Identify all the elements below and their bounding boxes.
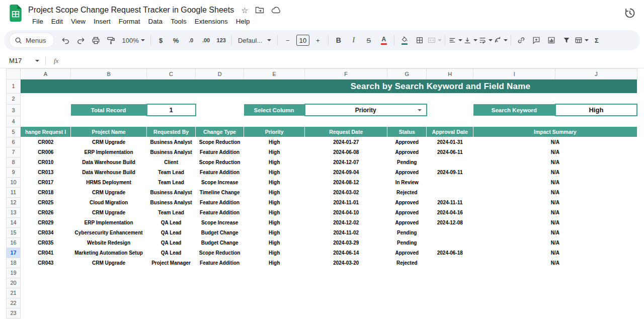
table-cell[interactable]: Project Manager [147,258,196,268]
menu-extensions[interactable]: Extensions [191,17,232,26]
table-cell[interactable]: CR017 [21,177,71,187]
table-cell[interactable] [427,157,473,167]
font-select[interactable]: Defaul... [235,33,274,47]
table-cell[interactable]: Approved [387,197,427,207]
menu-help[interactable]: Help [232,17,254,26]
row-header-20[interactable]: 20 [7,278,21,288]
zoom-select[interactable]: 100% [119,33,147,47]
column-header-I[interactable]: I [473,69,555,79]
table-cell[interactable]: N/A [473,137,637,147]
table-cell[interactable] [427,237,473,248]
table-cell[interactable]: 2024-06-11 [427,147,473,157]
row-header-17[interactable]: 17 [7,248,21,258]
table-cell[interactable] [427,227,473,237]
vertical-align-button[interactable] [463,33,477,47]
table-cell[interactable]: CR041 [21,248,71,258]
menu-data[interactable]: Data [144,17,167,26]
table-cell[interactable]: Cloud Migration [71,197,147,207]
table-cell[interactable]: Client [147,157,196,167]
empty-row[interactable] [21,288,637,298]
empty-row[interactable] [21,93,637,104]
table-cell[interactable]: High [244,147,305,157]
table-cell[interactable] [427,187,473,197]
table-cell[interactable]: Budget Change [196,237,244,248]
print-button[interactable] [89,33,103,47]
redo-button[interactable] [74,33,88,47]
table-cell[interactable]: 2024-06-08 [305,147,387,157]
column-header-G[interactable]: G [387,69,427,79]
row-header-1[interactable]: 1 [7,79,21,94]
insert-chart-button[interactable] [544,33,558,47]
column-header-C[interactable]: C [147,69,196,79]
table-cell[interactable]: Cybersecurity Enhancement [71,227,147,237]
table-cell[interactable]: Website Redesign [71,237,147,248]
table-cell[interactable]: 2024-06-14 [305,248,387,258]
row-header-18[interactable]: 18 [7,258,21,268]
table-cell[interactable]: Data Warehouse Build [71,157,147,167]
paint-format-button[interactable] [104,33,118,47]
text-wrap-button[interactable] [478,33,493,47]
table-cell[interactable]: Feature Addition [196,197,244,207]
table-cell[interactable]: High [244,137,305,147]
row-header-2[interactable]: 2 [7,93,21,104]
total-record-value[interactable]: 1 [147,104,196,116]
row-header-14[interactable]: 14 [7,217,21,227]
table-cell[interactable]: N/A [473,187,637,197]
table-cell[interactable]: 2024-09-04 [305,167,387,177]
menu-tools[interactable]: Tools [167,17,191,26]
table-cell[interactable]: 2024-04-10 [305,207,387,217]
table-cell[interactable]: Scope Increase [196,177,244,187]
formula-input[interactable] [64,53,644,68]
table-cell[interactable]: 2024-03-02 [305,187,387,197]
table-cell[interactable]: Approved [387,217,427,227]
table-cell[interactable]: High [244,167,305,177]
empty-row[interactable] [21,298,637,308]
menu-format[interactable]: Format [115,17,144,26]
row-header-10[interactable]: 10 [7,177,21,187]
table-cell[interactable]: Business Analyst [147,147,196,157]
table-cell[interactable]: N/A [473,227,637,237]
sheets-logo-icon[interactable] [9,5,22,22]
table-cell[interactable]: 2024-11-02 [305,227,387,237]
table-cell[interactable]: High [244,258,305,268]
row-header-11[interactable]: 11 [7,187,21,197]
empty-row[interactable] [21,268,637,278]
table-cell[interactable]: High [244,197,305,207]
doc-title[interactable]: Project Scope Change Request Tracker in … [28,6,234,15]
table-header[interactable]: hange Request I [21,127,71,137]
row-header-7[interactable]: 7 [7,147,21,157]
table-cell[interactable]: CRM Upgrade [71,187,147,197]
table-cell[interactable] [427,258,473,268]
empty-row[interactable] [21,116,637,127]
table-cell[interactable]: Scope Increase [196,217,244,227]
table-cell[interactable]: Approved [387,167,427,177]
table-cell[interactable]: 2024-06-18 [427,248,473,258]
table-cell[interactable]: High [244,237,305,248]
table-cell[interactable]: Scope Reduction [196,137,244,147]
table-cell[interactable]: N/A [473,167,637,177]
table-cell[interactable]: CR025 [21,197,71,207]
table-cell[interactable]: High [244,207,305,217]
table-cell[interactable]: Budget Change [196,227,244,237]
empty-row[interactable] [21,308,637,318]
table-cell[interactable]: CR029 [21,217,71,227]
table-cell[interactable]: 2024-12-07 [305,157,387,167]
table-header[interactable]: Approval Date [427,127,473,137]
table-cell[interactable]: Rejected [387,258,427,268]
create-filter-button[interactable] [559,33,574,47]
table-cell[interactable]: 2024-01-27 [305,137,387,147]
table-cell[interactable]: ERP Implementation [71,147,147,157]
table-cell[interactable]: Scope Reduction [196,157,244,167]
undo-button[interactable] [59,33,73,47]
table-cell[interactable]: Feature Addition [196,207,244,217]
table-cell[interactable]: 2024-11-01 [305,197,387,207]
table-header[interactable]: Request Date [305,127,387,137]
table-header[interactable]: Change Type [196,127,244,137]
search-keyword-value[interactable]: High [555,104,637,116]
table-cell[interactable]: N/A [473,147,637,157]
table-cell[interactable]: CR006 [21,147,71,157]
table-cell[interactable]: Business Analyst [147,187,196,197]
table-cell[interactable]: CR035 [21,237,71,248]
strikethrough-button[interactable]: S [362,33,376,47]
table-cell[interactable]: QA Lead [147,248,196,258]
